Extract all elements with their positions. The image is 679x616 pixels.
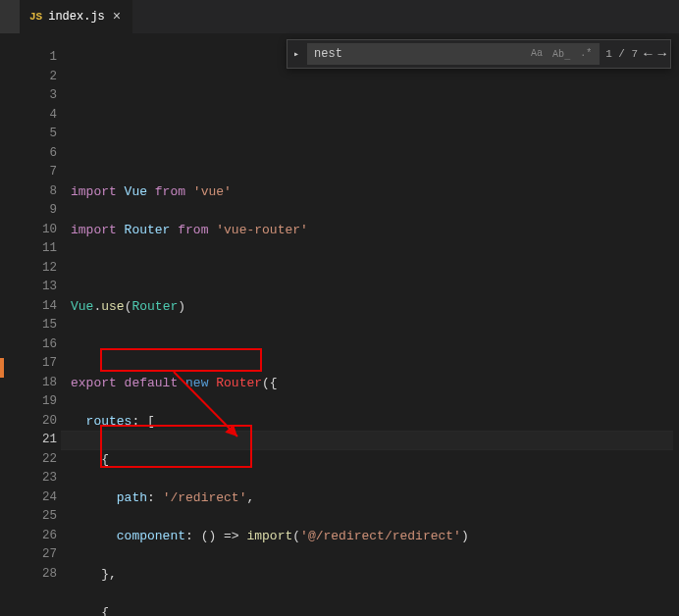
find-next-icon[interactable]: → (658, 46, 666, 62)
find-input[interactable]: nest Aa Ab̲ .* (307, 43, 600, 65)
line-number: 17 (22, 354, 61, 374)
line-number: 8 (22, 182, 61, 202)
line-number: 25 (22, 507, 61, 527)
active-line-highlight (61, 431, 673, 450)
line-number-gutter: 1234567891011121314151617181920212223242… (22, 34, 61, 616)
editor-area: 1234567891011121314151617181920212223242… (0, 34, 679, 616)
line-number: 3 (22, 86, 61, 106)
line-number: 13 (22, 278, 61, 297)
activity-bar-sliver (0, 0, 20, 33)
line-number: 15 (22, 316, 61, 335)
find-panel: ▸ nest Aa Ab̲ .* 1 / 7 ← → (287, 39, 671, 69)
line-number: 4 (22, 106, 61, 126)
line-number: 12 (22, 259, 61, 279)
line-number: 11 (22, 239, 61, 259)
line-number: 6 (22, 144, 61, 164)
find-query-text: nest (314, 47, 342, 61)
code-content[interactable]: import Vue from 'vue' import Router from… (61, 34, 673, 616)
line-number: 20 (22, 412, 61, 432)
line-number: 18 (22, 374, 61, 393)
line-number: 26 (22, 527, 61, 546)
tab-bar: JS index.js × (0, 0, 679, 34)
line-number: 28 (22, 565, 61, 585)
js-file-icon: JS (29, 11, 42, 23)
diff-marker-icon (0, 358, 4, 378)
line-number: 10 (22, 221, 61, 240)
line-number: 7 (22, 163, 61, 182)
line-number: 9 (22, 201, 61, 221)
tab-filename: index.js (48, 10, 105, 24)
line-number: 1 (22, 48, 61, 68)
minimap[interactable] (673, 34, 679, 616)
line-number: 21 (22, 431, 61, 450)
editor-side-pad (0, 34, 22, 616)
line-number: 22 (22, 450, 61, 470)
line-number: 16 (22, 335, 61, 355)
match-case-toggle[interactable]: Aa (528, 47, 546, 61)
find-expand-icon[interactable]: ▸ (291, 48, 301, 60)
line-number: 5 (22, 125, 61, 144)
find-result-count: 1 / 7 (605, 48, 638, 60)
line-number: 24 (22, 488, 61, 508)
find-prev-icon[interactable]: ← (644, 46, 652, 62)
editor-tab[interactable]: JS index.js × (20, 0, 132, 33)
line-number: 14 (22, 297, 61, 317)
close-tab-icon[interactable]: × (111, 9, 123, 25)
line-number: 27 (22, 545, 61, 565)
line-number: 23 (22, 469, 61, 488)
line-number: 2 (22, 68, 61, 87)
regex-toggle[interactable]: .* (577, 47, 595, 61)
match-word-toggle[interactable]: Ab̲ (549, 47, 573, 61)
line-number: 19 (22, 392, 61, 412)
